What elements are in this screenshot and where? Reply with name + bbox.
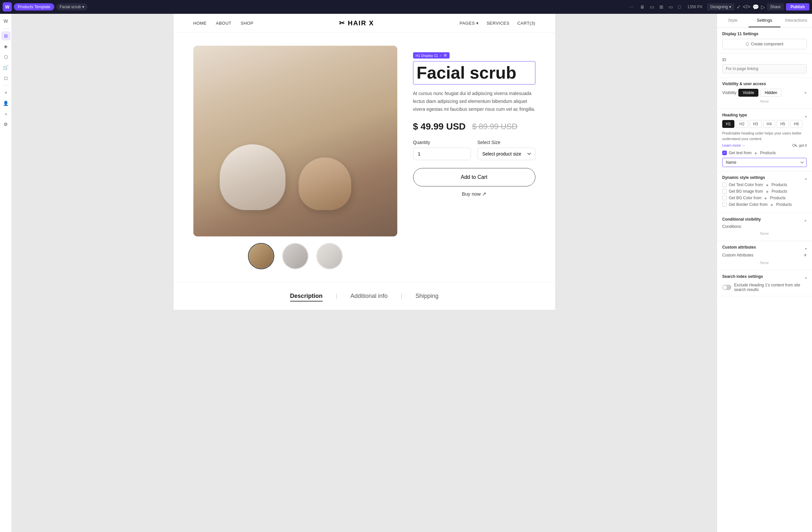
get-text-row: ✓ Get text from ◈ Products bbox=[722, 151, 807, 155]
ok-got-it-btn[interactable]: Ok, got it bbox=[792, 143, 807, 147]
search-index-header[interactable]: Search index settings ▾ bbox=[722, 274, 807, 281]
custom-attributes-header[interactable]: Custom attributes ▾ bbox=[722, 245, 807, 252]
conditional-visibility-header[interactable]: Conditional visibility + bbox=[722, 217, 807, 224]
webflow-logo[interactable]: W bbox=[3, 2, 12, 12]
visibility-none: None bbox=[722, 98, 807, 105]
tab-shipping[interactable]: Shipping bbox=[415, 293, 438, 301]
nav-link-shop[interactable]: SHOP bbox=[241, 21, 253, 26]
tab-description[interactable]: Description bbox=[290, 293, 323, 301]
size-select[interactable]: Select product size bbox=[478, 148, 535, 160]
sidebar-icon-pages[interactable]: ⊞ bbox=[1, 31, 11, 41]
tab-divider-2: | bbox=[401, 293, 403, 301]
project-name[interactable]: Products Template bbox=[14, 3, 54, 11]
panel-tab-style[interactable]: Style bbox=[717, 14, 749, 27]
visibility-section-header[interactable]: Visibility & user access bbox=[722, 82, 807, 89]
mobile-landscape-btn[interactable]: ▭ bbox=[667, 3, 675, 11]
sidebar-icon-logic[interactable]: ⟐ bbox=[1, 109, 11, 118]
id-section: ID bbox=[717, 54, 812, 78]
designing-mode-btn[interactable]: Designing ▾ bbox=[707, 3, 735, 11]
text-color-checkbox[interactable] bbox=[722, 182, 727, 187]
dynamic-style-section: Dynamic style settings ▾ Get Text Color … bbox=[717, 171, 812, 213]
thumbnail-2[interactable] bbox=[282, 243, 308, 269]
nav-link-services[interactable]: SERVICES bbox=[487, 21, 509, 26]
sidebar-icon-ecommerce[interactable]: 🛒 bbox=[1, 63, 11, 72]
tab-additional-info[interactable]: Additional info bbox=[350, 293, 388, 301]
sidebar-icon-webflow[interactable]: W bbox=[1, 16, 11, 26]
h6-btn[interactable]: H6 bbox=[790, 120, 802, 128]
mobile-portrait-btn[interactable]: □ bbox=[676, 3, 683, 11]
h2-btn[interactable]: H2 bbox=[736, 120, 748, 128]
h4-btn[interactable]: H4 bbox=[763, 120, 775, 128]
bg-image-checkbox[interactable] bbox=[722, 189, 727, 194]
sidebar-icon-users[interactable]: 👤 bbox=[1, 99, 11, 108]
check-btn[interactable]: ✓ bbox=[736, 4, 741, 10]
sidebar-icon-assets[interactable]: ◈ bbox=[1, 42, 11, 51]
code-btn[interactable]: </> bbox=[743, 4, 750, 10]
dynamic-style-header[interactable]: Dynamic style settings ▾ bbox=[722, 175, 807, 182]
bg-color-checkbox[interactable] bbox=[722, 196, 727, 200]
name-select[interactable]: Name bbox=[722, 158, 807, 167]
conditions-row: Conditions: bbox=[722, 224, 807, 229]
designing-label: Designing bbox=[710, 4, 728, 9]
product-image-inner bbox=[193, 46, 397, 236]
h5-btn[interactable]: H5 bbox=[777, 120, 789, 128]
product-thumbnails bbox=[193, 243, 397, 269]
custom-attr-plus-icon[interactable]: + bbox=[804, 252, 807, 258]
heading-type-header[interactable]: Heading type ▾ bbox=[722, 113, 807, 120]
publish-btn[interactable]: Publish bbox=[786, 3, 809, 11]
page-breadcrumb[interactable]: Facial scrub ▾ bbox=[56, 3, 87, 11]
nav-link-home[interactable]: HOME bbox=[193, 21, 207, 26]
thumbnail-1[interactable] bbox=[248, 243, 274, 269]
display-11-badge[interactable]: H1 Display 11 ↑ ⚙ bbox=[413, 52, 450, 59]
hidden-btn[interactable]: Hidden bbox=[760, 89, 781, 97]
sidebar-icon-settings[interactable]: ⚙ bbox=[1, 120, 11, 129]
dynamic-row-bg-color: Get BG Color from ◈ Products bbox=[722, 196, 807, 200]
thumbnail-3[interactable] bbox=[316, 243, 343, 269]
custom-attr-row: Custom Attributes + bbox=[722, 252, 807, 258]
nav-link-about[interactable]: ABOUT bbox=[216, 21, 232, 26]
thumb-img-1 bbox=[249, 243, 274, 269]
sidebar-icon-add[interactable]: ＋ bbox=[1, 88, 11, 97]
visibility-row: Visibility Visible Hidden + bbox=[722, 89, 807, 97]
quantity-input[interactable] bbox=[413, 148, 471, 160]
sidebar-icon-cms[interactable]: ⬡ bbox=[1, 52, 11, 61]
conditions-plus-icon[interactable]: + bbox=[804, 218, 807, 223]
h1-btn[interactable]: H1 bbox=[722, 120, 735, 128]
id-input[interactable] bbox=[722, 64, 807, 73]
dynamic-style-chevron-icon: ▾ bbox=[805, 177, 807, 181]
panel-tab-settings[interactable]: Settings bbox=[749, 14, 780, 27]
canvas-area: HOME ABOUT SHOP ✂ HAIR X PAGES ▾ SERVICE… bbox=[12, 14, 716, 532]
share-btn[interactable]: Share bbox=[767, 3, 784, 11]
jar-right bbox=[299, 158, 351, 210]
buy-now-link[interactable]: Buy now ↗ bbox=[413, 191, 535, 197]
dynamic-row-bg-image: Get BG Image from ◈ Products bbox=[722, 189, 807, 194]
topbar-more-icon[interactable]: ··· bbox=[626, 4, 636, 10]
desktop-view-btn[interactable]: 🖥 bbox=[638, 3, 647, 11]
search-index-toggle[interactable] bbox=[722, 285, 731, 290]
products-label-3: Products bbox=[771, 189, 787, 194]
add-to-cart-button[interactable]: Add to Cart bbox=[413, 168, 535, 187]
h3-btn[interactable]: H3 bbox=[750, 120, 762, 128]
get-text-checkbox[interactable]: ✓ bbox=[722, 151, 727, 155]
tablet-view-btn[interactable]: ▭ bbox=[648, 3, 656, 11]
visibility-plus-icon[interactable]: + bbox=[804, 90, 807, 95]
search-index-section: Search index settings ▾ Exclude Heading … bbox=[717, 270, 812, 296]
visible-btn[interactable]: Visible bbox=[738, 89, 758, 97]
sidebar-icon-components[interactable]: ◻ bbox=[1, 73, 11, 83]
product-main-image[interactable] bbox=[193, 46, 397, 236]
products-label-1: Products bbox=[760, 151, 775, 155]
create-component-btn[interactable]: ⬡ Create component bbox=[722, 39, 807, 49]
topbar: W Products Template Facial scrub ▾ ··· 🖥… bbox=[0, 0, 812, 14]
conditional-visibility-section: Conditional visibility + Conditions: Non… bbox=[717, 213, 812, 241]
comment-btn[interactable]: 💬 bbox=[753, 4, 759, 10]
products-icon-2: ◈ bbox=[765, 182, 770, 187]
nav-link-pages[interactable]: PAGES ▾ bbox=[460, 21, 479, 26]
preview-btn[interactable]: ▷ bbox=[761, 4, 765, 10]
learn-more-link[interactable]: Learn more → bbox=[722, 143, 745, 147]
border-color-checkbox[interactable] bbox=[722, 202, 727, 207]
layout-btn[interactable]: ⊞ bbox=[657, 3, 665, 11]
product-tabs: Description | Additional info | Shipping bbox=[174, 282, 555, 308]
panel-tab-interactions[interactable]: Interactions bbox=[780, 14, 812, 27]
product-info-column: H1 Display 11 ↑ ⚙ Facial scrub At cursus… bbox=[413, 46, 535, 269]
nav-link-cart[interactable]: CART(3) bbox=[517, 21, 535, 26]
